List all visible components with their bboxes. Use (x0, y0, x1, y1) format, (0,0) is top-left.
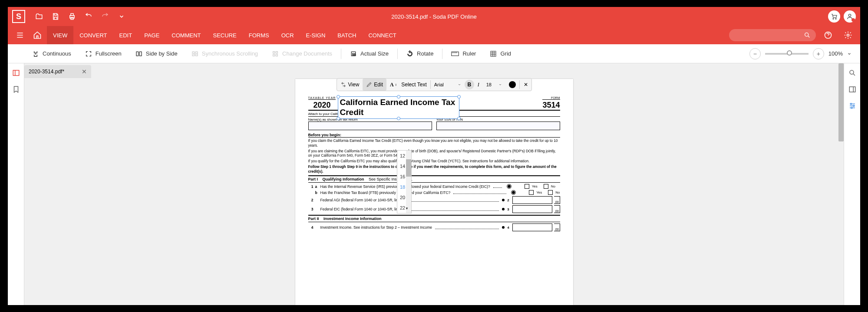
checkbox-1b-no[interactable] (548, 190, 553, 195)
font-size-select[interactable]: 18 (483, 79, 505, 91)
question-1a: 1a Has the Internal Revenue Service (IRS… (308, 184, 560, 189)
color-picker[interactable] (505, 79, 519, 91)
amount-3[interactable] (512, 205, 552, 213)
zoom-value: 100% (828, 50, 843, 57)
svg-rect-16 (276, 54, 277, 56)
amount-2[interactable] (512, 196, 552, 204)
checkbox-1b-yes[interactable] (529, 190, 534, 195)
tax-year: 2020 (308, 100, 336, 110)
radio-1a[interactable] (507, 184, 512, 189)
svg-rect-20 (491, 51, 496, 56)
zoom-slider[interactable] (765, 53, 809, 55)
svg-rect-9 (136, 52, 139, 56)
panel-toggle-icon[interactable] (10, 67, 22, 79)
save-icon[interactable] (49, 10, 63, 23)
form-number: 3514 (542, 100, 560, 110)
menu-view[interactable]: VIEW (47, 26, 73, 44)
ssn-field[interactable] (436, 122, 560, 130)
svg-rect-1 (71, 13, 73, 16)
bold-button[interactable]: B (465, 80, 474, 89)
select-text-button[interactable]: AI Select Text (386, 79, 430, 91)
search-input[interactable] (729, 29, 816, 41)
text-edit-toolbar: View Edit AI Select Text Arial B I 18 ✕ (337, 78, 532, 91)
change-docs-button: Change Documents (265, 50, 339, 57)
search-panel-icon[interactable] (846, 67, 858, 79)
close-toolbar-icon[interactable]: ✕ (520, 79, 531, 91)
hamburger-icon[interactable] (12, 27, 28, 43)
menu-secure[interactable]: SECURE (207, 26, 243, 44)
edit-mode-button[interactable]: Edit (363, 79, 386, 91)
menu-edit[interactable]: EDIT (113, 26, 139, 44)
part2-header: Part II Investment Income Information (308, 215, 560, 222)
open-icon[interactable] (32, 10, 46, 23)
svg-point-4 (835, 18, 836, 19)
svg-rect-15 (273, 54, 275, 56)
menu-page[interactable]: PAGE (138, 26, 165, 44)
menubar: VIEWCONVERTEDITPAGECOMMENTSECUREFORMSOCR… (8, 26, 860, 44)
names-field[interactable] (308, 122, 432, 130)
svg-point-8 (847, 34, 849, 36)
scrollbar[interactable] (838, 63, 844, 305)
svg-point-26 (851, 107, 852, 108)
panels-icon[interactable] (846, 83, 858, 95)
svg-text:1:1: 1:1 (352, 53, 356, 55)
cart-icon[interactable] (828, 10, 840, 23)
sync-scroll-button: Synchronous Scrolling (185, 50, 265, 57)
menu-forms[interactable]: FORMS (243, 26, 275, 44)
grid-button[interactable]: Grid (483, 50, 518, 57)
menu-convert[interactable]: CONVERT (73, 26, 113, 44)
rotate-button[interactable]: Rotate (399, 50, 440, 57)
before-begin-heading: Before you begin: (308, 133, 560, 138)
settings-icon[interactable] (840, 27, 856, 43)
close-tab-icon[interactable]: ✕ (82, 68, 87, 75)
continuous-button[interactable]: Continuous (25, 50, 78, 57)
menu-comment[interactable]: COMMENT (165, 26, 207, 44)
home-icon[interactable] (30, 27, 45, 43)
menu-e-sign[interactable]: E-SIGN (300, 26, 332, 44)
zoom-dropdown-icon[interactable] (847, 52, 851, 56)
actual-size-button[interactable]: 1:1Actual Size (343, 50, 396, 57)
amount-4[interactable] (512, 223, 552, 231)
menu-connect[interactable]: CONNECT (362, 26, 402, 44)
view-mode-button[interactable]: View (337, 79, 363, 91)
checkbox-1a-no[interactable] (544, 184, 548, 189)
adjust-icon[interactable] (846, 100, 858, 112)
font-family-select[interactable]: Arial (431, 79, 465, 91)
file-tab-label: 2020-3514.pdf* (29, 69, 64, 75)
question-4: 4 Investment Income. See instructions fo… (308, 223, 560, 231)
undo-icon[interactable] (82, 10, 96, 23)
print-icon[interactable] (65, 10, 79, 23)
fullscreen-button[interactable]: Fullscreen (78, 50, 129, 57)
question-2: 2 Federal AGI (federal Form 1040 or 1040… (308, 196, 560, 204)
svg-rect-14 (276, 51, 277, 53)
checkbox-1a-yes[interactable] (525, 184, 529, 189)
font-size-dropdown[interactable]: 121416182022▼ (397, 150, 412, 213)
svg-point-25 (853, 105, 854, 107)
view-toolbar: Continuous Fullscreen Side by Side Synch… (8, 44, 860, 63)
help-icon[interactable] (820, 27, 836, 43)
ruler-button[interactable]: Ruler (444, 50, 483, 57)
edit-text-content[interactable]: California Earned Income Tax Credit (338, 97, 459, 118)
account-icon[interactable] (844, 10, 856, 23)
file-tab[interactable]: 2020-3514.pdf* ✕ (24, 65, 91, 78)
zoom-in-button[interactable]: + (813, 48, 824, 59)
svg-point-5 (848, 14, 851, 16)
left-sidebar (8, 63, 24, 305)
bookmark-icon[interactable] (10, 83, 22, 95)
radio-1b[interactable] (511, 190, 516, 195)
question-1b: b Has the Franchise Tax Board (FTB) prev… (308, 190, 560, 195)
zoom-out-button[interactable]: − (749, 48, 761, 59)
menu-ocr[interactable]: OCR (275, 26, 300, 44)
intro-p2: If you are claiming the California EITC,… (308, 149, 560, 158)
text-edit-box[interactable]: California Earned Income Tax Credit (338, 96, 459, 119)
menu-batch[interactable]: BATCH (331, 26, 362, 44)
chevron-down-icon[interactable] (115, 10, 129, 23)
document-viewport[interactable]: View Edit AI Select Text Arial B I 18 ✕ (24, 78, 844, 305)
sidebyside-button[interactable]: Side by Side (129, 50, 185, 57)
svg-point-22 (850, 70, 854, 74)
taxable-year-label: TAXABLE YEAR (308, 96, 336, 100)
redo-icon (98, 10, 112, 23)
svg-rect-23 (849, 87, 855, 92)
app-logo[interactable]: S (12, 10, 25, 23)
italic-button[interactable]: I (474, 82, 483, 88)
